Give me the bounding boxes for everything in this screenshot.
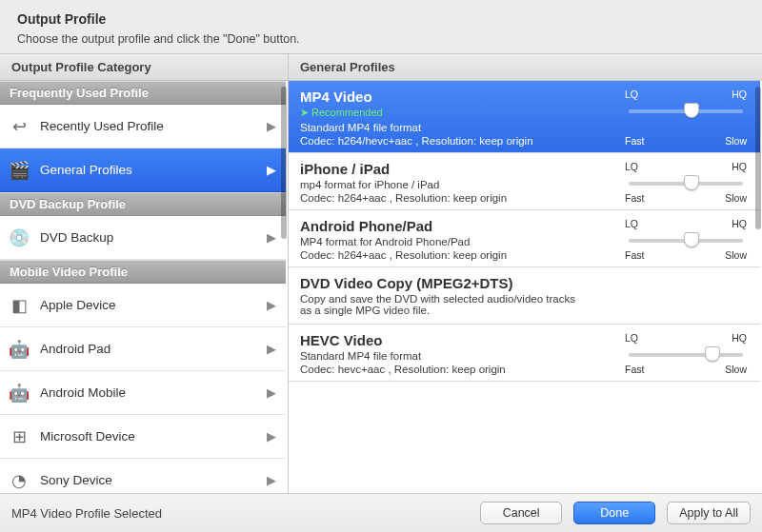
chevron-right-icon: ▶ <box>267 163 276 177</box>
chevron-right-icon: ▶ <box>267 298 276 312</box>
quality-slider-block: LQHQ <box>625 161 747 191</box>
profile-item[interactable]: MP4 Video➤ RecommendedStandard MP4 file … <box>289 81 760 153</box>
profile-item[interactable]: DVD Video Copy (MPEG2+DTS)Copy and save … <box>289 267 760 325</box>
cancel-button[interactable]: Cancel <box>480 502 562 524</box>
profile-desc: Copy and save the DVD with selected audi… <box>300 293 749 316</box>
chevron-right-icon: ▶ <box>267 385 276 400</box>
quality-slider-block: LQHQ <box>625 332 747 363</box>
slow-label: Slow <box>725 135 747 147</box>
dialog-subtitle: Choose the output profile and click the … <box>17 32 745 46</box>
category-label: General Profiles <box>40 163 267 177</box>
category-section-header: Mobile Video Profile <box>0 260 286 284</box>
hq-label: HQ <box>732 218 747 229</box>
fast-label: Fast <box>625 135 644 147</box>
slow-label: Slow <box>725 249 747 261</box>
category-section-header: DVD Backup Profile <box>0 192 286 216</box>
fast-label: Fast <box>625 192 644 204</box>
category-item[interactable]: ⊞Microsoft Device▶ <box>0 415 286 459</box>
footer-status: MP4 Video Profile Selected <box>11 506 469 521</box>
slow-label: Slow <box>725 192 747 204</box>
category-label: Apple Device <box>40 298 267 312</box>
slow-label: Slow <box>725 364 747 375</box>
quality-slider[interactable] <box>625 102 747 119</box>
hq-label: HQ <box>732 89 747 100</box>
fast-label: Fast <box>625 249 644 261</box>
android-icon: 🤖 <box>8 382 30 404</box>
quality-slider-block: LQHQ <box>625 89 747 119</box>
chevron-right-icon: ▶ <box>267 230 276 245</box>
category-label: DVD Backup <box>40 230 267 245</box>
category-item[interactable]: 🤖Android Mobile▶ <box>0 371 286 415</box>
hq-label: HQ <box>732 332 747 344</box>
profile-title: DVD Video Copy (MPEG2+DTS) <box>300 275 749 291</box>
quality-slider[interactable] <box>625 174 747 191</box>
lq-label: LQ <box>625 161 638 172</box>
quality-slider[interactable] <box>625 231 747 248</box>
windows-icon: ⊞ <box>8 425 30 448</box>
category-column-header: Output Profile Category <box>0 54 288 81</box>
profiles-column: General Profiles MP4 Video➤ RecommendedS… <box>289 54 762 493</box>
apply-to-all-button[interactable]: Apply to All <box>667 502 751 524</box>
lq-label: LQ <box>625 332 638 344</box>
dialog-title: Output Profile <box>17 11 745 27</box>
scrollbar[interactable] <box>755 87 761 229</box>
fast-label: Fast <box>625 364 644 375</box>
category-column: Output Profile Category Frequently Used … <box>0 54 289 493</box>
chevron-right-icon: ▶ <box>267 342 276 356</box>
category-scroll[interactable]: Frequently Used Profile↩︎Recently Used P… <box>0 81 288 493</box>
footer-bar: MP4 Video Profile Selected Cancel Done A… <box>0 493 762 532</box>
slider-thumb[interactable] <box>684 103 699 118</box>
sony-icon: ◔ <box>8 469 30 492</box>
chevron-right-icon: ▶ <box>267 119 276 133</box>
chevron-right-icon: ▶ <box>267 429 276 443</box>
slider-thumb[interactable] <box>684 175 699 190</box>
android-icon: 🤖 <box>8 338 30 361</box>
profile-item[interactable]: Android Phone/PadMP4 format for Android … <box>289 210 760 267</box>
category-item[interactable]: 💿DVD Backup▶ <box>0 216 286 260</box>
scrollbar[interactable] <box>281 87 287 239</box>
category-section-header: Frequently Used Profile <box>0 81 286 105</box>
disc-icon: 💿 <box>8 227 30 249</box>
profile-item[interactable]: iPhone / iPadmp4 format for iPhone / iPa… <box>289 153 760 210</box>
category-label: Sony Device <box>40 473 267 487</box>
lq-label: LQ <box>625 218 638 229</box>
profile-item[interactable]: HEVC VideoStandard MP4 file formatCodec:… <box>289 325 760 382</box>
apple-icon: ◧ <box>8 294 30 317</box>
category-item[interactable]: 🎬General Profiles▶ <box>0 148 286 192</box>
done-button[interactable]: Done <box>573 502 655 524</box>
category-item[interactable]: 🤖Android Pad▶ <box>0 327 286 371</box>
lq-label: LQ <box>625 89 638 100</box>
category-label: Microsoft Device <box>40 429 267 443</box>
slider-thumb[interactable] <box>684 232 699 247</box>
category-label: Android Mobile <box>40 385 267 400</box>
history-icon: ↩︎ <box>8 115 30 138</box>
category-label: Android Pad <box>40 342 267 356</box>
category-item[interactable]: ◔Sony Device▶ <box>0 459 286 493</box>
clapper-icon: 🎬 <box>8 159 30 182</box>
quality-slider-block: LQHQ <box>625 218 747 248</box>
category-item[interactable]: ◧Apple Device▶ <box>0 284 286 327</box>
profiles-scroll[interactable]: MP4 Video➤ RecommendedStandard MP4 file … <box>289 81 762 493</box>
hq-label: HQ <box>732 161 747 172</box>
slider-thumb[interactable] <box>705 346 720 362</box>
quality-slider[interactable] <box>625 345 747 363</box>
profiles-column-header: General Profiles <box>289 54 762 81</box>
category-item[interactable]: ↩︎Recently Used Profile▶ <box>0 105 286 148</box>
profile-desc: Standard MP4 file format <box>300 122 749 133</box>
chevron-right-icon: ▶ <box>267 473 276 487</box>
dialog-header: Output Profile Choose the output profile… <box>0 0 762 53</box>
category-label: Recently Used Profile <box>40 119 267 133</box>
